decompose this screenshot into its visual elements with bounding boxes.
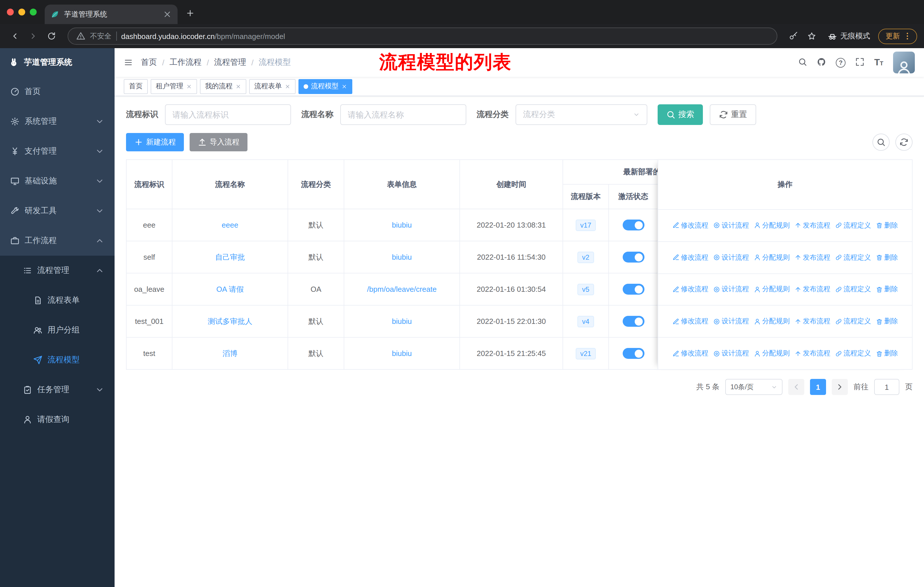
breadcrumb-process-manage[interactable]: 流程管理 <box>214 57 246 68</box>
sidebar-item-process-manage[interactable]: 流程管理 <box>0 256 115 286</box>
form-link[interactable]: biubiu <box>392 253 412 261</box>
action-assign-link[interactable]: 分配规则 <box>754 253 790 262</box>
tag-process-model[interactable]: 流程模型 <box>299 79 352 94</box>
forward-button[interactable] <box>25 28 41 44</box>
back-button[interactable] <box>7 28 23 44</box>
current-page[interactable]: 1 <box>810 379 826 395</box>
refresh-table-button[interactable] <box>895 134 912 151</box>
sidebar-item-process-form[interactable]: 流程表单 <box>0 286 115 315</box>
sidebar-item-task-manage[interactable]: 任务管理 <box>0 375 115 405</box>
active-toggle[interactable] <box>622 251 644 263</box>
tag-home[interactable]: 首页 <box>124 79 148 94</box>
active-toggle[interactable] <box>622 220 644 230</box>
form-link[interactable]: biubiu <box>392 317 412 326</box>
sidebar-item-infrastructure[interactable]: 基础设施 <box>0 166 115 196</box>
action-publish-link[interactable]: 发布流程 <box>794 253 830 262</box>
form-link[interactable]: biubiu <box>392 349 412 358</box>
active-toggle[interactable] <box>622 284 644 294</box>
zoom-window-button[interactable] <box>30 8 37 15</box>
action-design-link[interactable]: 设计流程 <box>713 253 749 262</box>
address-bar[interactable]: 不安全 dashboard.yudao.iocoder.cn/bpm/manag… <box>68 28 777 45</box>
action-design-link[interactable]: 设计流程 <box>713 221 749 230</box>
create-process-button[interactable]: 新建流程 <box>126 133 184 151</box>
chrome-update-menu-button[interactable]: 更新 <box>878 28 917 44</box>
action-publish-link[interactable]: 发布流程 <box>794 284 830 294</box>
passwords-key-button[interactable] <box>785 28 802 44</box>
action-delete-link[interactable]: 删除 <box>876 317 898 326</box>
goto-page-input[interactable] <box>874 379 899 395</box>
sidebar-item-workflow[interactable]: 工作流程 <box>0 226 115 256</box>
action-definition-link[interactable]: 流程定义 <box>835 221 871 230</box>
browser-tab[interactable]: 芋道管理系统 <box>45 5 178 24</box>
action-delete-link[interactable]: 删除 <box>876 349 898 358</box>
process-name-input[interactable] <box>340 104 466 125</box>
action-assign-link[interactable]: 分配规则 <box>754 317 790 326</box>
process-name-link[interactable]: 滔博 <box>223 349 238 357</box>
next-page-button[interactable] <box>832 379 848 395</box>
action-delete-link[interactable]: 删除 <box>876 253 898 262</box>
minimize-window-button[interactable] <box>18 8 25 15</box>
close-icon[interactable] <box>236 83 241 89</box>
active-toggle[interactable] <box>622 316 644 327</box>
prev-page-button[interactable] <box>788 379 804 395</box>
active-toggle[interactable] <box>622 348 644 359</box>
page-size-select[interactable]: 10条/页 <box>725 379 782 395</box>
action-design-link[interactable]: 设计流程 <box>713 284 749 294</box>
font-size-button[interactable]: TT <box>874 58 883 67</box>
action-definition-link[interactable]: 流程定义 <box>835 317 871 326</box>
fullscreen-button[interactable] <box>855 57 865 68</box>
header-search-button[interactable] <box>798 57 807 68</box>
tag-tenant-manage[interactable]: 租户管理 <box>151 79 197 94</box>
import-process-button[interactable]: 导入流程 <box>190 133 248 151</box>
github-link-button[interactable] <box>817 57 826 68</box>
process-name-link[interactable]: OA 请假 <box>216 284 243 293</box>
collapse-sidebar-button[interactable] <box>124 58 133 67</box>
help-button[interactable]: ? <box>836 58 845 67</box>
reset-button[interactable]: 重置 <box>710 104 756 125</box>
breadcrumb-workflow[interactable]: 工作流程 <box>170 57 201 68</box>
action-definition-link[interactable]: 流程定义 <box>835 349 871 358</box>
tag-process-form[interactable]: 流程表单 <box>249 79 295 94</box>
sidebar-item-pay-manage[interactable]: 支付管理 <box>0 136 115 166</box>
tag-my-process[interactable]: 我的流程 <box>200 79 246 94</box>
action-assign-link[interactable]: 分配规则 <box>754 349 790 358</box>
form-link[interactable]: biubiu <box>392 221 412 229</box>
action-definition-link[interactable]: 流程定义 <box>835 284 871 294</box>
sidebar-item-system-manage[interactable]: 系统管理 <box>0 107 115 136</box>
action-publish-link[interactable]: 发布流程 <box>794 349 830 358</box>
bookmark-star-button[interactable] <box>804 28 820 44</box>
action-edit-link[interactable]: 修改流程 <box>672 221 708 230</box>
toggle-search-button[interactable] <box>873 134 889 151</box>
process-name-link[interactable]: 自己审批 <box>215 253 245 261</box>
action-publish-link[interactable]: 发布流程 <box>794 221 830 230</box>
action-edit-link[interactable]: 修改流程 <box>672 349 708 358</box>
tab-close-icon[interactable] <box>163 10 172 19</box>
reload-button[interactable] <box>43 28 59 44</box>
process-name-link[interactable]: eeee <box>222 221 238 229</box>
close-window-button[interactable] <box>7 8 14 15</box>
sidebar-item-user-group[interactable]: 用户分组 <box>0 315 115 345</box>
new-tab-button[interactable] <box>186 8 195 20</box>
process-id-input[interactable] <box>165 104 291 125</box>
action-edit-link[interactable]: 修改流程 <box>672 253 708 262</box>
sidebar-item-dev-tools[interactable]: 研发工具 <box>0 196 115 226</box>
action-delete-link[interactable]: 删除 <box>876 221 898 230</box>
action-delete-link[interactable]: 删除 <box>876 284 898 294</box>
search-button[interactable]: 搜索 <box>658 104 703 125</box>
breadcrumb-home[interactable]: 首页 <box>141 57 157 68</box>
action-edit-link[interactable]: 修改流程 <box>672 317 708 326</box>
action-design-link[interactable]: 设计流程 <box>713 349 749 358</box>
action-edit-link[interactable]: 修改流程 <box>672 284 708 294</box>
form-link[interactable]: /bpm/oa/leave/create <box>367 285 437 293</box>
action-definition-link[interactable]: 流程定义 <box>835 253 871 262</box>
close-icon[interactable] <box>285 83 290 89</box>
sidebar-item-process-model[interactable]: 流程模型 <box>0 345 115 375</box>
process-name-link[interactable]: 测试多审批人 <box>208 317 252 325</box>
sidebar-item-home[interactable]: 首页 <box>0 77 115 107</box>
close-icon[interactable] <box>342 83 347 89</box>
action-publish-link[interactable]: 发布流程 <box>794 317 830 326</box>
action-design-link[interactable]: 设计流程 <box>713 317 749 326</box>
avatar[interactable] <box>893 51 915 73</box>
close-icon[interactable] <box>186 83 192 89</box>
action-assign-link[interactable]: 分配规则 <box>754 284 790 294</box>
